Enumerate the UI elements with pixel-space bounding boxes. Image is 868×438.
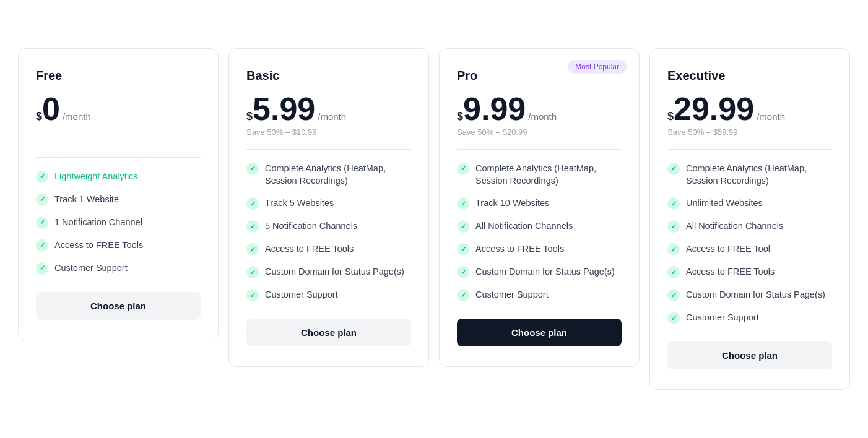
price-symbol: $: [246, 111, 253, 122]
feature-item: Complete Analytics (HeatMap, Session Rec…: [667, 162, 832, 187]
check-icon: [667, 220, 680, 233]
plan-name-executive: Executive: [667, 69, 832, 83]
check-icon: [667, 163, 680, 175]
price-save-pro: Save 50% – $20.99: [457, 127, 622, 137]
price-amount: 5.99: [253, 93, 315, 125]
plan-card-executive: Executive $ 29.99 /month Save 50% – $59.…: [649, 48, 850, 390]
feature-text: Complete Analytics (HeatMap, Session Rec…: [686, 162, 832, 187]
check-icon: [667, 266, 680, 278]
plan-name-basic: Basic: [246, 69, 411, 83]
price-symbol: $: [457, 111, 463, 122]
feature-text: 1 Notification Channel: [54, 216, 142, 228]
feature-text: Custom Domain for Status Page(s): [265, 265, 404, 278]
check-icon: [246, 197, 259, 210]
feature-text: Access to FREE Tool: [686, 243, 770, 255]
feature-item: Access to FREE Tools: [667, 265, 832, 278]
price-row-free: $ 0 /month: [36, 93, 201, 125]
feature-item: Custom Domain for Status Page(s): [246, 265, 411, 278]
feature-text: Customer Support: [686, 311, 759, 324]
check-icon: [457, 163, 469, 175]
feature-text: Complete Analytics (HeatMap, Session Rec…: [265, 162, 411, 187]
price-amount: 29.99: [674, 93, 754, 125]
check-icon: [457, 243, 469, 256]
price-period: /month: [528, 111, 557, 122]
check-icon: [246, 220, 259, 233]
feature-item: Track 1 Website: [36, 193, 201, 206]
divider-free: [36, 157, 201, 158]
feature-list-executive: Complete Analytics (HeatMap, Session Rec…: [667, 162, 832, 325]
divider-basic: [246, 149, 411, 150]
feature-item: Custom Domain for Status Page(s): [667, 288, 832, 301]
check-icon: [36, 217, 48, 229]
choose-plan-button-pro[interactable]: Choose plan: [457, 319, 622, 346]
feature-text: Track 1 Website: [54, 193, 119, 205]
choose-plan-button-executive[interactable]: Choose plan: [667, 341, 832, 369]
feature-item: 5 Notification Channels: [246, 220, 411, 233]
feature-item: Complete Analytics (HeatMap, Session Rec…: [457, 162, 622, 187]
feature-item: All Notification Channels: [457, 220, 622, 233]
feature-text: All Notification Channels: [475, 220, 573, 232]
most-popular-badge: Most Popular: [568, 60, 627, 74]
feature-text: All Notification Channels: [686, 220, 783, 232]
feature-text: Complete Analytics (HeatMap, Session Rec…: [475, 162, 622, 187]
choose-plan-button-basic[interactable]: Choose plan: [246, 319, 411, 346]
plan-card-basic: Basic $ 5.99 /month Save 50% – $10.99 Co…: [228, 48, 429, 367]
feature-text: Unlimited Websites: [686, 197, 763, 209]
price-row-pro: $ 9.99 /month: [457, 93, 622, 125]
check-icon: [246, 163, 259, 175]
feature-text: 5 Notification Channels: [265, 220, 357, 232]
price-period: /month: [318, 111, 346, 122]
feature-text: Track 5 Websites: [265, 197, 334, 209]
divider-pro: [457, 149, 622, 150]
plan-card-pro: Most PopularPro $ 9.99 /month Save 50% –…: [439, 48, 640, 367]
feature-text: Custom Domain for Status Page(s): [686, 288, 825, 301]
price-amount: 9.99: [463, 93, 526, 125]
feature-item: Unlimited Websites: [667, 197, 832, 210]
feature-text: Custom Domain for Status Page(s): [475, 265, 615, 278]
check-icon: [667, 312, 680, 324]
pricing-container: Free $ 0 /month Lightweight Analytics Tr…: [13, 48, 855, 390]
feature-text: Track 10 Websites: [475, 197, 549, 209]
feature-item: Track 5 Websites: [246, 197, 411, 210]
feature-item: Complete Analytics (HeatMap, Session Rec…: [246, 162, 411, 187]
feature-text: Customer Support: [54, 262, 128, 274]
price-amount: 0: [42, 93, 60, 125]
check-icon: [667, 197, 680, 210]
feature-item: Customer Support: [246, 288, 411, 301]
feature-item: Customer Support: [667, 311, 832, 324]
feature-item: Access to FREE Tools: [457, 243, 622, 256]
check-icon: [36, 194, 48, 206]
feature-text: Customer Support: [475, 288, 549, 301]
feature-item: 1 Notification Channel: [36, 216, 201, 229]
check-icon: [246, 289, 259, 301]
check-icon: [667, 289, 680, 301]
feature-item: Lightweight Analytics: [36, 170, 201, 183]
check-icon: [457, 220, 469, 233]
price-row-executive: $ 29.99 /month: [667, 93, 832, 125]
feature-text: Access to FREE Tools: [475, 243, 564, 255]
check-icon: [246, 266, 259, 278]
check-icon: [667, 243, 680, 256]
price-symbol: $: [667, 111, 674, 122]
check-icon: [36, 239, 48, 252]
choose-plan-button-free[interactable]: Choose plan: [36, 292, 201, 320]
plan-card-free: Free $ 0 /month Lightweight Analytics Tr…: [18, 48, 219, 340]
feature-text: Access to FREE Tools: [686, 265, 775, 278]
price-save-executive: Save 50% – $59.99: [667, 127, 832, 137]
divider-executive: [667, 149, 832, 150]
check-icon: [457, 266, 469, 278]
feature-list-pro: Complete Analytics (HeatMap, Session Rec…: [457, 162, 622, 302]
plan-name-free: Free: [36, 69, 201, 83]
check-icon: [36, 262, 48, 275]
price-symbol: $: [36, 111, 42, 122]
feature-item: Access to FREE Tools: [36, 239, 201, 252]
feature-text: Lightweight Analytics: [54, 170, 138, 182]
price-row-basic: $ 5.99 /month: [246, 93, 411, 125]
feature-item: Access to FREE Tool: [667, 243, 832, 256]
price-save-basic: Save 50% – $10.99: [246, 127, 411, 137]
price-period: /month: [757, 111, 785, 122]
price-period: /month: [63, 111, 91, 122]
feature-text: Customer Support: [265, 288, 338, 301]
feature-item: Access to FREE Tools: [246, 243, 411, 256]
feature-text: Access to FREE Tools: [265, 243, 354, 255]
